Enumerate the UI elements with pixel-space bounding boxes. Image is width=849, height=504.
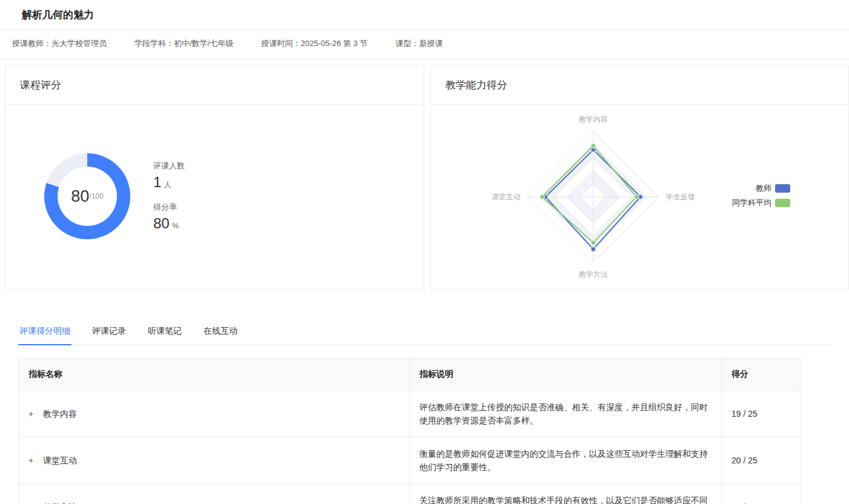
page-title-row: 解析几何的魅力 xyxy=(0,0,849,30)
indicator-name: 课堂互动 xyxy=(43,456,77,465)
rater-count: 1 人 xyxy=(153,174,185,191)
meta-time-label: 授课时间： xyxy=(261,39,301,48)
legend-teacher-label: 教师 xyxy=(756,183,771,194)
table-header-row: 指标名称 指标说明 得分 xyxy=(19,359,801,391)
table-row: +教学方法 关注教师所采用的教学策略和技术手段的有效性，以及它们是否能够适应不同… xyxy=(19,484,801,504)
legend-teacher-marker-icon xyxy=(775,184,790,193)
indicator-desc-cell: 关注教师所采用的教学策略和技术手段的有效性，以及它们是否能够适应不同的学习风格和… xyxy=(410,484,722,504)
course-score-donut-chart: 80/100 xyxy=(44,153,130,239)
meta-time: 授课时间：2025-05-26 第 3 节 xyxy=(261,38,368,49)
tab-online-interaction[interactable]: 在线互动 xyxy=(202,319,239,345)
rater-count-unit: 人 xyxy=(164,181,171,189)
donut-center: 80/100 xyxy=(58,167,117,226)
page-title: 解析几何的魅力 xyxy=(22,8,827,22)
indicator-score-cell: 22 / 25 xyxy=(722,484,801,504)
teaching-ability-card-body: 教学内容学生反馈教学方法课堂互动 教师 同学科平均 xyxy=(431,105,848,285)
tab-listening-notes[interactable]: 听课笔记 xyxy=(147,319,183,345)
expand-icon[interactable]: + xyxy=(28,407,37,420)
radar-legend: 教师 同学科平均 xyxy=(732,181,790,210)
score-stats: 评课人数 1 人 得分率 80 % xyxy=(153,161,185,232)
course-meta-row: 授课教师：光大学校管理员 学段学科：初中/数学/七年级 授课时间：2025-05… xyxy=(0,30,849,59)
legend-item-subject-average[interactable]: 同学科平均 xyxy=(732,196,790,210)
meta-subject-label: 学段学科： xyxy=(135,39,174,48)
legend-subject-average-marker-icon xyxy=(775,199,790,207)
table-row: +课堂互动 衡量的是教师如何促进课堂内的交流与合作，以及这些互动对学生理解和支持… xyxy=(19,437,801,484)
meta-course-type-label: 课型： xyxy=(396,39,419,48)
score-rate: 80 % xyxy=(153,215,185,232)
indicator-name-cell: +教学内容 xyxy=(19,391,410,437)
tabs-section: 评课得分明细 评课记录 听课笔记 在线互动 xyxy=(0,290,849,345)
indicator-name: 教学内容 xyxy=(43,409,77,419)
table-row: +教学内容 评估教师在课堂上传授的知识是否准确、相关、有深度，并且组织良好，同时… xyxy=(19,391,801,437)
course-score-card: 课程评分 80/100 评课人数 1 人 得分率 80 % xyxy=(5,65,424,290)
meta-teacher-label: 授课教师： xyxy=(12,39,52,48)
cards-row: 课程评分 80/100 评课人数 1 人 得分率 80 % 教学能力得分 教学内… xyxy=(0,59,849,290)
col-header-indicator-desc: 指标说明 xyxy=(410,359,722,391)
page-header: 解析几何的魅力 授课教师：光大学校管理员 学段学科：初中/数学/七年级 授课时间… xyxy=(0,0,849,59)
score-rate-value: 80 xyxy=(153,215,170,231)
meta-teacher-value: 光大学校管理员 xyxy=(52,39,107,48)
svg-text:教学内容: 教学内容 xyxy=(579,115,608,124)
indicator-score-cell: 20 / 25 xyxy=(722,437,801,484)
tabs-bar: 评课得分明细 评课记录 听课笔记 在线互动 xyxy=(18,319,831,345)
meta-subject-value: 初中/数学/七年级 xyxy=(174,39,233,48)
svg-text:课堂互动: 课堂互动 xyxy=(491,193,521,201)
col-header-score: 得分 xyxy=(722,359,801,391)
meta-course-type: 课型：新授课 xyxy=(396,38,443,49)
indicator-desc-cell: 衡量的是教师如何促进课堂内的交流与合作，以及这些互动对学生理解和支持他们学习的重… xyxy=(410,437,722,484)
score-detail-table-wrap: 指标名称 指标说明 得分 +教学内容 评估教师在课堂上传授的知识是否准确、相关、… xyxy=(18,358,800,504)
teaching-ability-card: 教学能力得分 教学内容学生反馈教学方法课堂互动 教师 同学科平均 xyxy=(430,65,849,290)
tab-review-records[interactable]: 评课记录 xyxy=(91,319,127,345)
course-score-card-body: 80/100 评课人数 1 人 得分率 80 % xyxy=(5,105,424,285)
donut-score-value: 80 xyxy=(71,187,89,206)
indicator-name-cell: +教学方法 xyxy=(19,484,410,504)
svg-text:教学方法: 教学方法 xyxy=(579,270,608,279)
score-rate-label: 得分率 xyxy=(153,202,185,213)
meta-teacher: 授课教师：光大学校管理员 xyxy=(12,38,107,49)
meta-course-type-value: 新授课 xyxy=(419,39,443,48)
meta-subject: 学段学科：初中/数学/七年级 xyxy=(135,38,233,49)
tab-score-detail[interactable]: 评课得分明细 xyxy=(18,319,72,345)
legend-item-teacher[interactable]: 教师 xyxy=(732,181,790,196)
expand-icon[interactable]: + xyxy=(28,500,37,504)
radar-chart: 教学内容学生反馈教学方法课堂互动 xyxy=(431,105,770,285)
expand-icon[interactable]: + xyxy=(28,454,37,467)
indicator-desc-cell: 评估教师在课堂上传授的知识是否准确、相关、有深度，并且组织良好，同时使用的教学资… xyxy=(410,391,722,437)
course-score-card-title: 课程评分 xyxy=(5,66,424,105)
score-rate-unit: % xyxy=(172,222,179,230)
rater-count-label: 评课人数 xyxy=(153,161,185,171)
donut-score-max: /100 xyxy=(89,192,103,201)
indicator-name-cell: +课堂互动 xyxy=(19,437,410,484)
indicator-score-cell: 19 / 25 xyxy=(722,391,801,437)
rater-count-value: 1 xyxy=(153,174,161,190)
donut-wrap: 80/100 评课人数 1 人 得分率 80 % xyxy=(5,105,424,239)
meta-time-value: 2025-05-26 第 3 节 xyxy=(301,39,368,48)
svg-text:学生反馈: 学生反馈 xyxy=(666,193,695,201)
col-header-indicator-name: 指标名称 xyxy=(19,359,410,391)
score-detail-table: 指标名称 指标说明 得分 +教学内容 评估教师在课堂上传授的知识是否准确、相关、… xyxy=(18,358,801,504)
teaching-ability-card-title: 教学能力得分 xyxy=(431,66,848,105)
legend-subject-average-label: 同学科平均 xyxy=(732,197,771,208)
